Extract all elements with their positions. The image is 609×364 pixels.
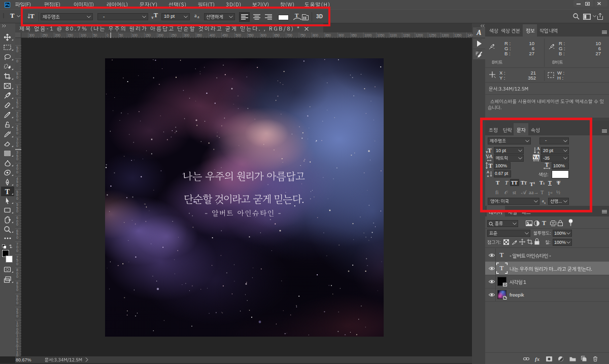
- svg-text:850: 850: [325, 33, 331, 37]
- svg-text:0: 0: [16, 76, 18, 79]
- svg-text:1300: 1300: [442, 33, 449, 37]
- svg-text:250: 250: [42, 33, 48, 37]
- svg-text:300: 300: [29, 33, 35, 37]
- svg-text:T: T: [5, 188, 10, 195]
- svg-text:1000: 1000: [364, 33, 371, 37]
- svg-text:0: 0: [16, 92, 18, 95]
- svg-text:1250: 1250: [429, 33, 436, 37]
- svg-text:50: 50: [93, 33, 97, 37]
- svg-text:0: 0: [16, 301, 18, 305]
- svg-text:0: 0: [107, 33, 109, 37]
- svg-text:0: 0: [16, 59, 18, 63]
- svg-text:800: 800: [313, 33, 318, 37]
- svg-text:350: 350: [196, 33, 202, 37]
- svg-text:650: 650: [274, 33, 280, 37]
- svg-text:0: 0: [16, 249, 18, 252]
- svg-text:450: 450: [222, 33, 228, 37]
- svg-text:250: 250: [171, 33, 177, 37]
- svg-text:1150: 1150: [403, 33, 410, 37]
- svg-text:0: 0: [16, 131, 18, 135]
- svg-text:50: 50: [119, 33, 123, 37]
- svg-text:0: 0: [16, 157, 18, 161]
- svg-text:1200: 1200: [416, 33, 423, 37]
- svg-text:700: 700: [287, 33, 292, 37]
- svg-text:100: 100: [132, 33, 138, 37]
- svg-text:550: 550: [248, 33, 254, 37]
- svg-text:1350: 1350: [454, 33, 461, 37]
- svg-text:500: 500: [235, 33, 241, 37]
- svg-text:0: 0: [16, 223, 18, 226]
- svg-text:750: 750: [300, 33, 306, 37]
- svg-text:0: 0: [16, 236, 18, 239]
- svg-text:1050: 1050: [377, 33, 384, 37]
- svg-text:0: 0: [16, 184, 18, 187]
- svg-text:0: 0: [16, 118, 18, 122]
- svg-text:0: 0: [16, 49, 18, 53]
- svg-text:0: 0: [16, 144, 18, 148]
- svg-text:1100: 1100: [390, 33, 397, 37]
- svg-text:950: 950: [351, 33, 357, 37]
- svg-text:150: 150: [67, 33, 73, 37]
- svg-text:200: 200: [55, 33, 60, 37]
- svg-text:0: 0: [16, 275, 18, 278]
- svg-text:200: 200: [158, 33, 163, 37]
- svg-text:0: 0: [16, 314, 18, 318]
- svg-text:0: 0: [16, 353, 18, 356]
- svg-text:600: 600: [261, 33, 266, 37]
- svg-text:0: 0: [16, 170, 18, 174]
- svg-text:400: 400: [210, 33, 215, 37]
- svg-text:0: 0: [16, 105, 18, 108]
- svg-text:0: 0: [16, 197, 18, 200]
- svg-text:0: 0: [16, 209, 18, 213]
- svg-text:100: 100: [81, 33, 86, 37]
- svg-text:150: 150: [145, 33, 151, 37]
- svg-text:A: A: [476, 29, 481, 37]
- svg-text:0: 0: [16, 288, 18, 292]
- svg-text:0: 0: [16, 262, 18, 266]
- svg-text:Ps: Ps: [6, 3, 10, 7]
- svg-text:900: 900: [339, 33, 344, 37]
- svg-text:300: 300: [184, 33, 189, 37]
